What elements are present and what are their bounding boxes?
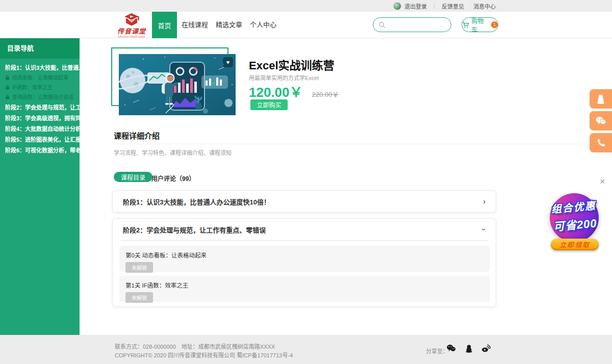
nav-online-courses[interactable]: 在线课程 [182, 12, 208, 38]
feedback-link[interactable]: 反馈意见 [442, 2, 464, 10]
user-avatar[interactable] [393, 2, 401, 10]
sidebar-title: 目录导航 [0, 38, 80, 59]
search-bar: 搜索 [373, 17, 451, 32]
course-main: ♥ Excel实战训练营 用最简单实用的方式学Excel 120.00￥ 220… [80, 38, 612, 335]
accordion-stage-2: 阶段2：学会处理与规范，让工作有重点、零错误 › 第0关 动态看板：让表格动起来… [112, 218, 496, 307]
detail-note: 学习流程、学习特色、课程详细介绍、课程须知 [114, 148, 232, 157]
lesson-status-badge: 未解锁 [125, 262, 153, 273]
footer-copyright: COPYRIGHT© 2020 四川传音课堂科技有限公司 蜀ICP备170177… [115, 351, 293, 359]
sidebar-stage-label: 阶段5：进阶图表美化，让汇报一... [5, 135, 91, 143]
logout-link[interactable]: 退出登录 [404, 2, 427, 10]
favorite-button[interactable]: ♥ [223, 57, 233, 67]
nav-home[interactable]: 首页 [152, 12, 177, 38]
catalog-sidebar: 目录导航 阶段1：认识3大技能，比普通人... › 动态看板：让表格动起来 IF… [0, 38, 80, 335]
nav-profile[interactable]: 个人中心 [250, 12, 276, 38]
contact-qq-button[interactable] [590, 89, 612, 109]
tab-user-comments[interactable]: 用户评论（99） [151, 174, 195, 183]
promo-close-icon[interactable]: × [600, 177, 605, 186]
divider [121, 240, 488, 241]
sidebar-stage-1[interactable]: 阶段1：认识3大技能，比普通人... › [0, 62, 80, 72]
sidebar-stage-6[interactable]: 阶段6：可视化数据分析，帮老板... › [0, 144, 80, 155]
share-wechat-icon[interactable] [446, 344, 456, 354]
sidebar-stage-2[interactable]: 阶段2：学会处理与规范，让工作... › [0, 101, 80, 112]
lesson-title: 第0关 动态看板：让表格动起来 [125, 251, 484, 259]
sidebar-list: 阶段1：认识3大技能，比普通人... › 动态看板：让表格动起来 IF函数：效率… [0, 59, 80, 155]
tab-course-catalog[interactable]: 课程目录 [114, 172, 152, 182]
course-price: 120.00￥ [249, 82, 303, 100]
detail-heading: 课程详细介绍 [114, 130, 160, 141]
buy-now-button[interactable]: 立即购买 [250, 99, 288, 110]
footer-contact: 联系方式：028-0000000 地址：成都市武侯区槐树店南路XXXX [115, 342, 275, 350]
logo-icon [122, 13, 141, 26]
sidebar-stage-label: 阶段3：学会高级透视，拥有同时... [5, 114, 91, 122]
share-weibo-icon[interactable] [481, 344, 491, 354]
accordion-title: 阶段1：认识3大技能，比普通人办公速度快10倍！ [123, 197, 270, 206]
sidebar-lesson-label: 动态看板：让表格动起来 [12, 73, 68, 81]
accordion-stage-1: 阶段1：认识3大技能，比普通人办公速度快10倍！ › [112, 190, 496, 213]
messages-link[interactable]: 消息中心 [473, 2, 496, 10]
cart-count-badge: 1 [491, 21, 498, 28]
course-subtitle: 用最简单实用的方式学Excel [249, 73, 319, 82]
site-logo[interactable]: 传音课堂 CHUANYINKETANG [112, 13, 151, 38]
course-title: Excel实战训练营 [249, 56, 335, 72]
chevron-down-icon: › [480, 228, 489, 231]
sidebar-lesson-label: IF函数：效率之王 [12, 83, 53, 91]
sidebar-stage-label: 阶段4：大批数据自动统计分析，... [5, 124, 91, 133]
accordion-stage-2-header[interactable]: 阶段2：学会处理与规范，让工作有重点、零错误 › [113, 219, 496, 240]
sidebar-stage-5[interactable]: 阶段5：进阶图表美化，让汇报一... › [0, 134, 80, 144]
chevron-right-icon: › [483, 197, 486, 205]
page-footer: 联系方式：028-0000000 地址：成都市武侯区槐树店南路XXXX COPY… [0, 335, 612, 364]
top-utility-bar: 退出登录 反馈意见 消息中心 [0, 0, 612, 12]
phone-icon [597, 139, 605, 147]
sidebar-stage-3[interactable]: 阶段3：学会高级透视，拥有同时... › [0, 112, 80, 123]
nav-featured-articles[interactable]: 精选文章 [216, 12, 242, 38]
course-cover-illustration[interactable] [119, 54, 236, 115]
heart-icon: ♥ [226, 59, 230, 65]
promo-claim-button[interactable]: 立即领取 [551, 239, 599, 250]
sidebar-stage-label: 阶段6：可视化数据分析，帮老板... [5, 146, 91, 154]
logo-title: 传音课堂 [112, 28, 151, 35]
sidebar-lesson-1[interactable]: 动态看板：让表格动起来 [0, 72, 80, 82]
sidebar-stage-label: 阶段2：学会处理与规范，让工作... [5, 103, 91, 111]
sidebar-stage-4[interactable]: 阶段4：大批数据自动统计分析，... › [0, 123, 80, 134]
lock-icon [5, 94, 10, 99]
search-icon [378, 21, 386, 29]
course-original-price: 220.00￥ [312, 89, 339, 99]
lesson-row[interactable]: 第1关 IF函数：效率之王 未解锁 [119, 276, 490, 302]
sidebar-lesson-label: 查询函数：让数据自己说话 [12, 93, 73, 100]
lesson-status-badge: 未解锁 [125, 292, 153, 303]
wechat-icon [595, 116, 606, 125]
accordion-stage-1-header[interactable]: 阶段1：认识3大技能，比普通人办公速度快10倍！ › [113, 191, 496, 212]
cart-icon [462, 21, 470, 29]
accordion-title: 阶段2：学会处理与规范，让工作有重点、零错误 [123, 225, 266, 235]
cover-art [119, 54, 236, 115]
contact-wechat-button[interactable] [590, 111, 612, 131]
divider [434, 4, 435, 9]
contact-phone-button[interactable] [590, 133, 612, 152]
sidebar-lesson-2[interactable]: IF函数：效率之王 [0, 82, 80, 92]
lesson-title: 第1关 IF函数：效率之王 [125, 281, 484, 289]
sidebar-stage-label: 阶段1：认识3大技能，比普通人... [5, 63, 89, 71]
sidebar-lesson-3[interactable]: 查询函数：让数据自己说话 [0, 92, 80, 101]
footer-share-label: 分享至： [426, 347, 448, 355]
share-qq-icon[interactable] [465, 344, 473, 355]
main-header: 传音课堂 CHUANYINKETANG 首页 在线课程 精选文章 个人中心 搜索… [0, 12, 612, 38]
divider [114, 144, 600, 144]
lock-icon [5, 85, 10, 90]
price-row: 120.00￥ 220.00￥ [249, 82, 339, 100]
promo-text[interactable]: 组合优惠 可省200 [536, 196, 612, 235]
cart-label: 购物车 [472, 16, 490, 34]
lock-icon [5, 75, 10, 80]
cart-button[interactable]: 购物车 1 [462, 17, 498, 32]
lesson-row[interactable]: 第0关 动态看板：让表格动起来 未解锁 [119, 246, 490, 272]
qq-icon [596, 94, 605, 104]
